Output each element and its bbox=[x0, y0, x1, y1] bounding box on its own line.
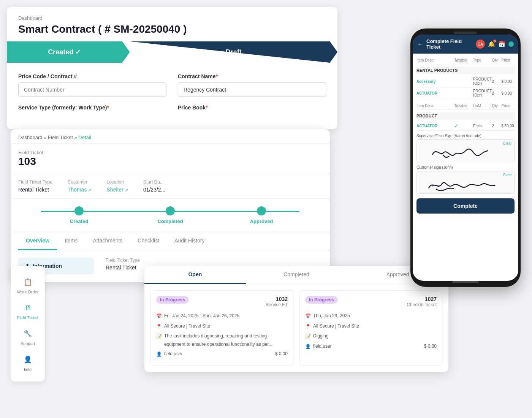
product-title: PRODUCT bbox=[416, 112, 515, 120]
ft-meta-customer: Customer Thomas bbox=[68, 179, 92, 193]
edit-icon-2: 📝 bbox=[305, 332, 311, 341]
wo-meta-1: 📅 Fri, Jan 24, 2025 - Sun, Jan 26, 2025 … bbox=[156, 312, 288, 359]
tab-overview[interactable]: Overview bbox=[18, 232, 57, 250]
location-icon-2: 📍 bbox=[305, 323, 311, 331]
sidebar-item-field[interactable]: 👤 field bbox=[14, 350, 42, 375]
breadcrumb-detail-link[interactable]: Detail bbox=[78, 135, 91, 140]
calendar-icon-2: 📅 bbox=[305, 312, 311, 321]
ft-header: Field Ticket 103 bbox=[11, 144, 330, 174]
ft-number: 103 bbox=[18, 155, 322, 168]
contract-name-label: Contract Name* bbox=[178, 73, 326, 79]
rental-row-1: Accessory PRODUCT (Opr) 2 $ 0.00 bbox=[416, 76, 515, 87]
price-book-label: Price Book* bbox=[178, 104, 326, 111]
field-ticket-icon: 🖥 bbox=[22, 302, 34, 314]
phone-online-indicator bbox=[508, 41, 514, 47]
form-row: Price Code / Contract # Contract Name* bbox=[18, 73, 326, 97]
complete-button[interactable]: Complete bbox=[416, 198, 515, 214]
location-link[interactable]: Shelter bbox=[106, 187, 128, 193]
phone-header-title: Complete Field Ticket bbox=[426, 38, 473, 50]
work-order-icon: 📋 bbox=[22, 276, 34, 288]
ft-breadcrumb: Dashboard » Field Ticket » Detail bbox=[11, 129, 330, 144]
service-type-group: Service Type (formerly: Work Type)* bbox=[18, 104, 166, 114]
product-row-1: ACTUATOR ✓ Each 2 $ 50.00 bbox=[416, 121, 515, 131]
supervisor-sign-box[interactable]: Clear bbox=[416, 139, 515, 162]
customer-sign-box[interactable]: Clear bbox=[416, 171, 515, 194]
tab-audit-history[interactable]: Audit History bbox=[167, 232, 212, 250]
dashboard-card: Dashboard Smart Contract ( # SM-20250040… bbox=[7, 7, 337, 129]
tab-checklist[interactable]: Checklist bbox=[130, 232, 167, 250]
tab-attachments[interactable]: Attachments bbox=[86, 232, 130, 250]
phone-notch bbox=[454, 32, 477, 34]
phone-back-icon[interactable]: ← bbox=[417, 41, 423, 48]
phone-header-icons: CA 🔔 0 📅 bbox=[476, 40, 514, 49]
form-row-2: Service Type (formerly: Work Type)* Pric… bbox=[18, 104, 326, 114]
supervisor-clear-btn[interactable]: Clear bbox=[503, 141, 512, 146]
status-draft[interactable]: Draft bbox=[130, 41, 337, 63]
customer-signature-svg bbox=[417, 171, 514, 193]
user-icon-2: 👤 bbox=[305, 343, 311, 351]
sidebar-item-work-order[interactable]: 📋 Work Order bbox=[14, 272, 42, 298]
progress-dot-approved bbox=[257, 206, 266, 215]
supervisor-sign-area: Supervisor/Tech Sign (Aaron Andrade) Cle… bbox=[416, 134, 515, 162]
wo-card-1027: In Progress 1027 CheckIn Ticket 📅 Thu, J… bbox=[299, 290, 442, 366]
wo-meta-2: 📅 Thu, Jan 23, 2025 📍 All Secure | Trave… bbox=[305, 312, 437, 351]
page-title: Smart Contract ( # SM-20250040 ) bbox=[18, 23, 326, 35]
customer-clear-btn[interactable]: Clear bbox=[503, 173, 512, 177]
badge-inprogress-1: In Progress bbox=[156, 296, 189, 304]
phone-header: ← Complete Field Ticket CA 🔔 0 📅 bbox=[413, 35, 518, 54]
ft-meta-type: Field Ticket Type Rental Ticket bbox=[18, 179, 52, 193]
phone-product-header: Item Desc Taxable UoM Qty Price bbox=[416, 102, 515, 110]
phone-avatar: CA bbox=[476, 40, 485, 49]
contract-name-input[interactable] bbox=[178, 82, 326, 97]
wo-tab-completed[interactable]: Completed bbox=[246, 266, 347, 284]
ft-meta-date: Start Da... 01/23/2... bbox=[143, 179, 165, 193]
contract-name-group: Contract Name* bbox=[178, 73, 326, 97]
phone-calendar-icon[interactable]: 📅 bbox=[498, 41, 505, 48]
phone-table-header: Item Desc Taxable Type Qty Price bbox=[416, 57, 515, 64]
supervisor-sign-label: Supervisor/Tech Sign (Aaron Andrade) bbox=[416, 134, 515, 138]
badge-inprogress-2: In Progress bbox=[305, 296, 338, 304]
ft-meta: Field Ticket Type Rental Ticket Customer… bbox=[11, 174, 330, 199]
work-order-overlay: Open Completed Approved In Progress 1032… bbox=[144, 266, 448, 372]
status-created[interactable]: Created ✓ bbox=[7, 41, 130, 63]
wo-card-1032: In Progress 1032 Service FT 📅 Fri, Jan 2… bbox=[150, 290, 293, 366]
wo-tabs: Open Completed Approved bbox=[144, 266, 448, 284]
edit-icon-1: 📝 bbox=[156, 332, 162, 341]
progress-track: Created Completed Approved bbox=[18, 206, 322, 224]
customer-link[interactable]: Thomas bbox=[68, 187, 92, 193]
progress-step-completed: Completed bbox=[125, 206, 216, 224]
wo-content: In Progress 1032 Service FT 📅 Fri, Jan 2… bbox=[144, 284, 448, 372]
phone-mockup: ← Complete Field Ticket CA 🔔 0 📅 Item De… bbox=[410, 28, 521, 287]
tabs-section: Overview Items Attachments Checklist Aud… bbox=[11, 232, 330, 250]
sidebar-item-field-ticket[interactable]: 🖥 Field Ticket bbox=[14, 298, 42, 324]
field-user-icon: 👤 bbox=[22, 353, 34, 366]
phone-home-bar[interactable] bbox=[452, 281, 479, 283]
customer-sign-area: Customer sign (John) Clear bbox=[416, 165, 515, 194]
support-icon: 🔧 bbox=[22, 328, 34, 340]
service-type-label: Service Type (formerly: Work Type)* bbox=[18, 104, 166, 111]
wo-tab-open[interactable]: Open bbox=[144, 266, 246, 284]
customer-sign-label: Customer sign (John) bbox=[416, 165, 515, 169]
progress-step-approved: Approved bbox=[216, 206, 307, 224]
field-ticket-overlay: Dashboard » Field Ticket » Detail Field … bbox=[11, 129, 330, 282]
progress-section: Created Completed Approved bbox=[11, 199, 330, 232]
form-section: Price Code / Contract # Contract Name* S… bbox=[7, 63, 337, 129]
ft-label: Field Ticket bbox=[18, 150, 322, 155]
rental-row-2: ACTUATOR PRODUCT (Opr) 2 $ 0.00 bbox=[416, 87, 515, 99]
progress-dot-completed bbox=[166, 206, 175, 215]
sidebar-item-support[interactable]: 🔧 Support bbox=[14, 324, 42, 350]
supervisor-signature-svg bbox=[417, 140, 514, 162]
contract-number-input[interactable] bbox=[18, 82, 166, 97]
check-icon: ✓ bbox=[454, 123, 473, 129]
phone-body: Item Desc Taxable Type Qty Price RENTAL … bbox=[413, 54, 518, 281]
phone-notification-icon[interactable]: 🔔 0 bbox=[488, 41, 495, 48]
breadcrumb: Dashboard bbox=[18, 15, 326, 21]
calendar-icon-1: 📅 bbox=[156, 312, 162, 321]
tabs: Overview Items Attachments Checklist Aud… bbox=[18, 232, 322, 250]
price-code-group: Price Code / Contract # bbox=[18, 73, 166, 97]
ft-meta-location: Location Shelter bbox=[106, 179, 128, 193]
price-code-label: Price Code / Contract # bbox=[18, 73, 166, 79]
tab-items[interactable]: Items bbox=[57, 232, 85, 250]
status-bar: Created ✓ Draft bbox=[7, 41, 337, 63]
phone-screen: ← Complete Field Ticket CA 🔔 0 📅 Item De… bbox=[413, 35, 518, 281]
